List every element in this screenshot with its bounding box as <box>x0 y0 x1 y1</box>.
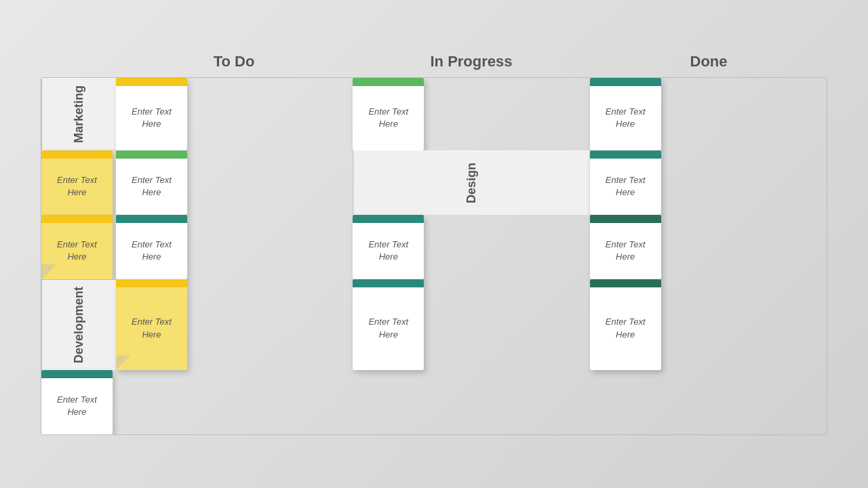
sticky-note[interactable]: Enter Text Here <box>590 279 661 370</box>
note-tab <box>116 279 187 287</box>
sticky-note[interactable]: Enter Text Here <box>116 215 187 279</box>
sticky-note[interactable]: Enter Text Here <box>590 150 661 215</box>
sticky-note[interactable]: Enter Text Here <box>41 215 113 279</box>
row-label-design: Design <box>353 150 589 215</box>
note-text: Enter Text Here <box>590 159 661 215</box>
note-text: Enter Text Here <box>116 159 187 215</box>
row-label-development: Development <box>41 279 116 370</box>
note-tab <box>590 150 661 159</box>
note-tab <box>353 78 424 86</box>
note-text: Enter Text Here <box>353 86 424 150</box>
note-tab <box>116 150 187 159</box>
sticky-note[interactable]: Enter Text Here <box>116 150 187 215</box>
sticky-note[interactable]: Enter Text Here <box>116 78 187 150</box>
sticky-note[interactable]: Enter Text Here <box>41 150 113 215</box>
note-text: Enter Text Here <box>116 287 187 370</box>
sticky-note[interactable]: Enter Text Here <box>353 279 424 370</box>
sticky-note[interactable]: Enter Text Here <box>590 215 661 279</box>
note-text: Enter Text Here <box>353 287 424 370</box>
sticky-note[interactable]: Enter Text Here <box>590 78 661 150</box>
column-headers: To Do In Progress Done <box>41 53 827 77</box>
note-tab <box>590 215 661 223</box>
note-text: Enter Text Here <box>590 287 661 370</box>
note-text: Enter Text Here <box>116 223 187 279</box>
sticky-note[interactable]: Enter Text Here <box>353 78 424 150</box>
sticky-note[interactable]: Enter Text Here <box>116 279 187 370</box>
note-tab <box>590 78 661 86</box>
note-tab <box>41 150 113 159</box>
note-tab <box>116 215 187 223</box>
note-text: Enter Text Here <box>116 86 187 150</box>
col-header-done: Done <box>590 53 827 77</box>
note-text: Enter Text Here <box>41 378 113 434</box>
kanban-grid: MarketingEnter Text HereEnter Text HereE… <box>41 77 827 434</box>
note-text: Enter Text Here <box>41 223 113 279</box>
note-text: Enter Text Here <box>41 159 113 215</box>
note-tab <box>116 78 187 86</box>
note-tab <box>590 279 661 287</box>
note-text: Enter Text Here <box>590 86 661 150</box>
sticky-note[interactable]: Enter Text Here <box>353 215 424 279</box>
note-tab <box>353 279 424 287</box>
kanban-board: To Do In Progress Done MarketingEnter Te… <box>41 53 827 434</box>
col-header-inprogress: In Progress <box>353 53 590 77</box>
note-text: Enter Text Here <box>590 223 661 279</box>
col-header-todo: To Do <box>115 53 353 77</box>
note-text: Enter Text Here <box>353 223 424 279</box>
note-tab <box>353 215 424 223</box>
note-tab <box>41 370 113 378</box>
note-tab <box>41 215 113 223</box>
sticky-note[interactable]: Enter Text Here <box>41 370 113 434</box>
row-label-marketing: Marketing <box>41 78 116 150</box>
